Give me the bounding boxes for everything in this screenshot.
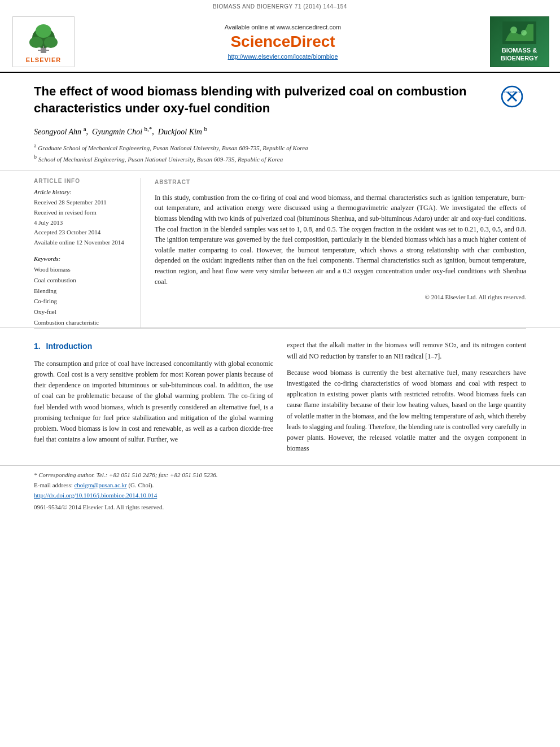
corresponding-author-note: * Corresponding author. Tel.: +82 051 51…: [34, 470, 526, 480]
elsevier-branding: ELSEVIER: [7, 16, 80, 67]
elsevier-tree-icon: [21, 21, 66, 55]
elsevier-text: ELSEVIER: [26, 56, 61, 63]
svg-text:CrossMark: CrossMark: [504, 90, 520, 94]
title-section: The effect of wood biomass blending with…: [0, 73, 560, 171]
abstract-text: In this study, combustion from the co-fi…: [155, 193, 526, 287]
keyword-blending: Blending: [34, 286, 135, 296]
journal-url-link[interactable]: http://www.elsevier.com/locate/biombioe: [228, 53, 338, 60]
body-section: 1. Introduction The consumption and pric…: [0, 329, 560, 465]
keyword-cofiring: Co-firing: [34, 296, 135, 307]
history-accepted: Accepted 23 October 2014: [34, 228, 135, 238]
intro-paragraph-3: Because wood biomass is currently the be…: [287, 368, 526, 455]
journal-logo-title: BIOMASS & BIOENERGY: [501, 46, 538, 63]
keywords-section: Keywords: Wood biomass Coal combustion B…: [34, 255, 135, 327]
paper-title: The effect of wood biomass blending with…: [34, 83, 498, 116]
email-line: E-mail address: choigm@pusan.ac.kr (G. C…: [34, 480, 526, 491]
journal-header-center: Available online at www.sciencedirect.co…: [86, 16, 480, 67]
svg-point-2: [29, 37, 43, 48]
body-left-column: 1. Introduction The consumption and pric…: [34, 340, 273, 460]
biomass-journal-logo: BIOMASS & BIOENERGY: [485, 16, 553, 67]
elsevier-logo: ELSEVIER: [12, 16, 75, 67]
history-received: Received 28 September 2011: [34, 198, 135, 208]
authors-line: Seongyool Ahn a, Gyungmin Choi b,*, Duck…: [34, 125, 526, 137]
history-revised-label: Received in revised form: [34, 208, 135, 218]
journal-logo-box: BIOMASS & BIOENERGY: [490, 16, 549, 67]
keyword-oxyfuel: Oxy-fuel: [34, 307, 135, 317]
article-history: Article history: Received 28 September 2…: [34, 189, 135, 247]
introduction-heading: 1. Introduction: [34, 340, 273, 352]
svg-point-8: [510, 27, 517, 33]
footnotes-section: * Corresponding author. Tel.: +82 051 51…: [0, 465, 560, 518]
history-revised-date: 4 July 2013: [34, 218, 135, 228]
crossmark-icon: CrossMark: [501, 85, 523, 108]
article-info-panel: ARTICLE INFO Article history: Received 2…: [34, 178, 141, 327]
svg-point-3: [44, 37, 58, 48]
keyword-combustion-char: Combustion characteristic: [34, 317, 135, 328]
journal-reference: BIOMASS AND BIOENERGY 71 (2014) 144–154: [0, 0, 560, 12]
page-header: ELSEVIER Available online at www.science…: [0, 12, 560, 73]
article-info-title: ARTICLE INFO: [34, 178, 135, 184]
svg-point-4: [36, 24, 51, 38]
available-online-text: Available online at www.sciencedirect.co…: [225, 24, 341, 30]
doi-link[interactable]: http://dx.doi.org/10.1016/j.biombioe.201…: [34, 492, 157, 499]
body-right-column: expect that the alkali matter in the bio…: [287, 340, 526, 460]
history-available: Available online 12 November 2014: [34, 238, 135, 248]
sciencedirect-logo: ScienceDirect: [230, 33, 335, 51]
email-link[interactable]: choigm@pusan.ac.kr: [74, 482, 126, 488]
history-label: Article history:: [34, 189, 135, 195]
copyright-line: © 2014 Elsevier Ltd. All rights reserved…: [155, 292, 526, 302]
journal-logo-image: [502, 21, 536, 44]
keyword-coal-combustion: Coal combustion: [34, 275, 135, 286]
affiliations: a Graduate School of Mechanical Engineer…: [34, 141, 526, 164]
abstract-section: ABSTRACT In this study, combustion from …: [155, 178, 526, 327]
abstract-title: ABSTRACT: [155, 178, 526, 187]
keyword-wood-biomass: Wood biomass: [34, 264, 135, 275]
issn-line: 0961-9534/© 2014 Elsevier Ltd. All right…: [34, 503, 526, 513]
intro-paragraph-2: expect that the alkali matter in the bio…: [287, 340, 526, 361]
intro-paragraph-1: The consumption and price of coal have i…: [34, 359, 273, 445]
svg-point-9: [521, 30, 527, 36]
keywords-label: Keywords:: [34, 255, 135, 262]
article-meta-section: ARTICLE INFO Article history: Received 2…: [0, 171, 560, 328]
